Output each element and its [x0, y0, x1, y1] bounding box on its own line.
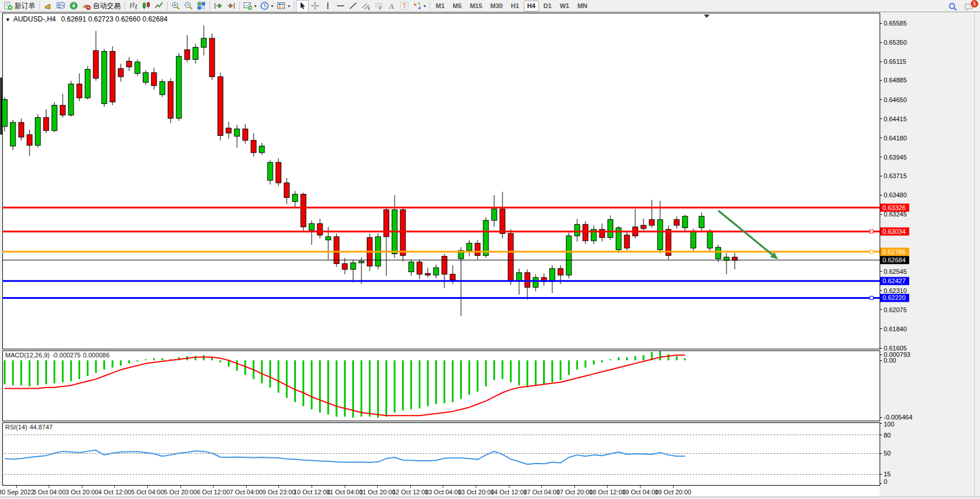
date-label: 6 Oct 12:00 — [197, 489, 230, 496]
candle — [110, 46, 115, 105]
price-tick-label: 0.64415 — [884, 115, 907, 122]
date-label: 13 Oct 04:00 — [425, 489, 461, 496]
candle — [2, 97, 8, 131]
candle — [35, 114, 41, 148]
price-tick-label: 0.64180 — [884, 135, 907, 142]
macd-tick-label: 0.00 — [884, 357, 896, 364]
candle — [666, 225, 671, 259]
hline-price-label: 0.62786 — [880, 248, 909, 256]
date-label: 30 Sep 2022 — [0, 489, 34, 496]
candle — [276, 158, 281, 186]
terminal-window: 新订单自动交易▾▾▾EFAT▾M1M5M15M30H1H4D1W1MN1 0.6… — [0, 0, 980, 499]
rsi-tick-label: 0 — [884, 478, 887, 485]
hline-price-label: 0.62684 — [880, 256, 909, 264]
svg-text:0.63326: 0.63326 — [883, 204, 906, 211]
price-tick-label: 0.63945 — [884, 154, 907, 161]
hline-price-label: 0.63034 — [880, 227, 909, 236]
date-label: 19 Oct 20:00 — [655, 489, 692, 496]
macd-signal-value: 0.000086 — [83, 352, 110, 359]
candle — [10, 120, 16, 150]
rsi-tick-label: 50 — [884, 450, 891, 457]
candle — [707, 229, 713, 251]
candle — [102, 49, 107, 107]
date-label: 11 Oct 04:00 — [327, 489, 363, 496]
date-label: 17 Oct 04:00 — [523, 489, 560, 496]
candle — [52, 102, 57, 132]
price-tick-label: 0.65585 — [884, 20, 907, 27]
chart-title: ▼AUDUSD-,H40.62691 0.62723 0.62660 0.626… — [5, 15, 168, 23]
svg-text:0.62786: 0.62786 — [883, 248, 906, 255]
price-tick-label: 0.63480 — [884, 191, 907, 198]
candle — [135, 60, 140, 76]
date-label: 10 Oct 12:00 — [294, 489, 330, 496]
hline-handle[interactable] — [870, 230, 873, 233]
price-tick-label: 0.65350 — [884, 39, 907, 46]
macd-panel-area[interactable] — [3, 351, 880, 421]
date-label: 3 Oct 04:00 — [32, 489, 66, 496]
price-tick-label: 0.63245 — [884, 211, 907, 218]
candle — [68, 81, 74, 117]
hline-price-label: 0.62427 — [880, 277, 909, 285]
candle — [334, 233, 339, 267]
candle — [160, 79, 165, 97]
date-label: 9 Oct 23:00 — [262, 489, 295, 496]
hline-price-label: 0.62220 — [880, 294, 909, 302]
date-label: 5 Oct 20:00 — [164, 489, 197, 496]
date-label: 4 Oct 12:00 — [98, 489, 131, 496]
price-tick-label: 0.61840 — [884, 326, 907, 332]
candle — [616, 226, 621, 253]
svg-text:0.63034: 0.63034 — [883, 228, 906, 235]
rsi-tick-label: 80 — [884, 432, 891, 439]
price-tick-label: 0.65115 — [884, 58, 906, 65]
date-label: 5 Oct 04:00 — [131, 489, 164, 496]
candle — [508, 229, 513, 285]
rsi-panel-area[interactable] — [3, 423, 880, 486]
price-tick-label: 0.64885 — [884, 77, 907, 84]
candle — [168, 78, 173, 123]
candle — [143, 70, 149, 85]
date-label: 12 Oct 12:00 — [392, 489, 429, 496]
date-label: 19 Oct 04:00 — [622, 489, 659, 496]
svg-text:0.62427: 0.62427 — [883, 277, 906, 284]
price-tick-label: 0.62310 — [884, 287, 907, 294]
candle — [209, 34, 215, 80]
date-label: 11 Oct 20:00 — [360, 489, 396, 496]
date-label: 7 Oct 04:00 — [230, 489, 263, 496]
macd-name: MACD(12,26,9) — [5, 352, 49, 359]
hline-handle[interactable] — [870, 250, 873, 254]
date-label: 3 Oct 20:00 — [66, 489, 99, 496]
rsi-label: RSI(14)44.8747 — [5, 424, 55, 431]
candle — [566, 233, 572, 279]
macd-tick-label: -0.005464 — [884, 414, 913, 421]
rsi-name: RSI(14) — [5, 424, 27, 431]
hline-handle[interactable] — [870, 296, 873, 299]
date-label: 14 Oct 12:00 — [491, 489, 527, 496]
date-label: 13 Oct 20:00 — [458, 489, 494, 496]
chart-symbol-period: AUDUSD-,H4 — [13, 15, 56, 23]
chart-menu-icon[interactable]: ▼ — [5, 17, 10, 23]
hline-price-label: 0.63326 — [880, 204, 909, 212]
svg-text:0.62684: 0.62684 — [883, 256, 906, 263]
candle — [218, 73, 223, 140]
rsi-tick-label: 100 — [884, 421, 894, 428]
price-tick-label: 0.64650 — [884, 96, 907, 103]
price-tick-label: 0.62075 — [884, 306, 907, 313]
candle — [85, 66, 91, 100]
rsi-tick-label: 15 — [884, 471, 891, 478]
candle — [176, 53, 182, 121]
rsi-value: 44.8747 — [30, 424, 53, 431]
date-label: 18 Oct 12:00 — [589, 489, 625, 496]
candle — [301, 193, 306, 232]
chart-ohlc-values: 0.62691 0.62723 0.62660 0.62684 — [61, 15, 168, 23]
macd-main-value: -0.000275 — [52, 352, 81, 359]
date-label: 17 Oct 20:00 — [556, 489, 593, 496]
chart-canvas[interactable]: 0.655850.653500.651150.648850.646500.644… — [0, 0, 980, 499]
candle — [400, 207, 406, 261]
candle — [583, 221, 588, 244]
price-tick-label: 0.63715 — [884, 172, 907, 179]
price-tick-label: 0.62545 — [884, 268, 907, 275]
macd-label: MACD(12,26,9)-0.0002750.000086 — [5, 352, 112, 359]
svg-text:0.62220: 0.62220 — [883, 294, 906, 301]
